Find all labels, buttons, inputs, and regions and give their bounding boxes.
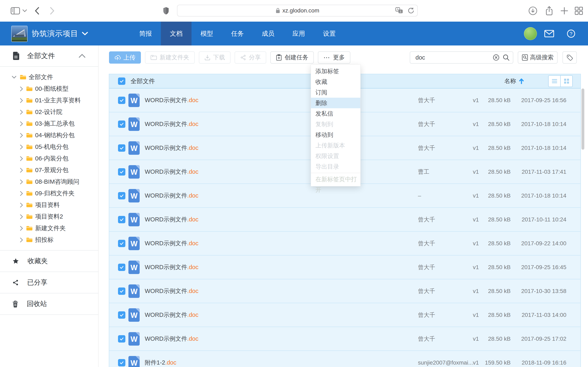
chevron-right-icon[interactable] bbox=[20, 86, 23, 91]
row-checkbox[interactable] bbox=[118, 264, 125, 271]
create-task-button[interactable]: 创建任务 bbox=[270, 51, 314, 64]
search-input[interactable] bbox=[415, 54, 490, 61]
row-checkbox[interactable] bbox=[118, 287, 125, 295]
row-checkbox[interactable] bbox=[118, 359, 125, 366]
menu-item[interactable]: 添加标签 bbox=[311, 66, 360, 76]
new-tab-icon[interactable] bbox=[560, 6, 569, 15]
chevron-right-icon[interactable] bbox=[20, 238, 23, 242]
menu-item[interactable]: 发私信 bbox=[311, 108, 360, 119]
chevron-right-icon[interactable] bbox=[20, 145, 23, 150]
upload-button[interactable]: 上传 bbox=[109, 51, 141, 64]
tree-folder[interactable]: 04-钢结构分包 bbox=[0, 129, 98, 141]
file-name[interactable]: WORD示例文件.doc bbox=[145, 239, 199, 248]
share-icon[interactable] bbox=[545, 6, 554, 16]
tree-folder[interactable]: 01-业主共享资料 bbox=[0, 95, 98, 106]
reload-icon[interactable] bbox=[407, 7, 415, 14]
chevron-right-icon[interactable] bbox=[20, 133, 23, 138]
sidebar-toggle-icon[interactable] bbox=[11, 7, 20, 15]
chevron-right-icon[interactable] bbox=[20, 98, 23, 103]
file-name[interactable]: WORD示例文件.doc bbox=[145, 287, 199, 295]
chevron-down-icon[interactable] bbox=[22, 9, 27, 12]
mail-icon[interactable] bbox=[544, 30, 554, 37]
tree-folder[interactable]: 06-内装分包 bbox=[0, 153, 98, 164]
file-row[interactable]: W WORD示例文件.doc 曾大千 v1 28.50 kB 2017-09-2… bbox=[109, 327, 580, 351]
tree-folder[interactable]: 03-施工总承包 bbox=[0, 118, 98, 129]
file-name[interactable]: WORD示例文件.doc bbox=[145, 144, 199, 152]
tree-folder[interactable]: 07-景观分包 bbox=[0, 164, 98, 176]
chevron-right-icon[interactable] bbox=[20, 226, 23, 231]
search-icon[interactable] bbox=[503, 54, 510, 61]
row-checkbox[interactable] bbox=[118, 192, 125, 200]
clear-search-icon[interactable] bbox=[493, 54, 499, 61]
downloads-icon[interactable] bbox=[528, 6, 537, 15]
tree-folder[interactable]: 08-BIM咨询顾问 bbox=[0, 176, 98, 188]
sidebar-shortcut-recycle[interactable]: 回收站 bbox=[0, 293, 98, 315]
grid-view-button[interactable] bbox=[561, 75, 573, 87]
chevron-down-icon[interactable] bbox=[12, 76, 16, 79]
privacy-shield-icon[interactable] bbox=[163, 7, 169, 15]
row-checkbox[interactable] bbox=[118, 168, 125, 175]
file-name[interactable]: WORD示例文件.doc bbox=[145, 216, 199, 224]
sidebar-shortcut-shared[interactable]: 已分享 bbox=[0, 272, 98, 293]
tab-overview-icon[interactable] bbox=[574, 6, 584, 16]
nav-tab[interactable]: 设置 bbox=[314, 22, 345, 45]
nav-tab[interactable]: 应用 bbox=[283, 22, 314, 45]
list-view-button[interactable] bbox=[548, 75, 561, 87]
file-name[interactable]: WORD示例文件.doc bbox=[145, 96, 199, 104]
more-button[interactable]: ⋯ 更多 bbox=[318, 51, 350, 64]
user-avatar[interactable] bbox=[524, 27, 537, 40]
row-checkbox[interactable] bbox=[118, 144, 125, 152]
help-icon[interactable]: ? bbox=[567, 29, 575, 38]
chevron-right-icon[interactable] bbox=[20, 156, 23, 161]
advanced-search-button[interactable]: 高级搜索 bbox=[518, 51, 558, 64]
chevron-up-icon[interactable] bbox=[79, 54, 86, 58]
translate-icon[interactable]: A文 bbox=[395, 7, 403, 14]
row-checkbox[interactable] bbox=[118, 216, 125, 223]
nav-tab[interactable]: 模型 bbox=[191, 22, 222, 45]
menu-item[interactable]: 移动到 bbox=[311, 129, 360, 140]
tree-folder[interactable]: 招投标 bbox=[0, 234, 98, 246]
nav-tab[interactable]: 成员 bbox=[253, 22, 283, 45]
address-bar[interactable]: xz.glodon.com A文 bbox=[177, 5, 418, 17]
tree-folder[interactable]: 02-设计院 bbox=[0, 106, 98, 118]
nav-tab[interactable]: 任务 bbox=[222, 22, 253, 45]
file-row[interactable]: W WORD示例文件.doc 曾大千 v1 28.50 kB 2017-09-2… bbox=[109, 232, 580, 256]
sidebar-section-all-files[interactable]: 全部文件 bbox=[0, 45, 98, 67]
chevron-right-icon[interactable] bbox=[20, 121, 23, 126]
file-row[interactable]: W WORD示例文件.doc 曾大千 v1 28.50 kB 2017-11-0… bbox=[109, 303, 580, 327]
sort-by-name[interactable]: 名称 bbox=[504, 77, 524, 85]
chevron-right-icon[interactable] bbox=[20, 203, 23, 208]
file-name[interactable]: 附件1-2.doc bbox=[145, 359, 176, 367]
sidebar-shortcut-favorites[interactable]: 收藏夹 bbox=[0, 250, 98, 272]
chevron-right-icon[interactable] bbox=[20, 168, 23, 173]
nav-tab[interactable]: 简报 bbox=[130, 22, 161, 45]
project-switcher[interactable]: 协筑演示项目 bbox=[32, 22, 88, 45]
file-name[interactable]: WORD示例文件.doc bbox=[145, 311, 199, 319]
tree-folder[interactable]: 09-归档文件夹 bbox=[0, 188, 98, 199]
file-name[interactable]: WORD示例文件.doc bbox=[145, 335, 199, 343]
tree-folder[interactable]: 新建文件夹 bbox=[0, 222, 98, 234]
file-row[interactable]: W WORD示例文件.doc 曾大千 v1 28.50 kB 2017-10-3… bbox=[109, 279, 580, 303]
file-row[interactable]: W WORD示例文件.doc 曾大千 v1 28.50 kB 2017-10-1… bbox=[109, 208, 580, 232]
forward-icon[interactable] bbox=[50, 7, 55, 15]
row-checkbox[interactable] bbox=[118, 335, 125, 342]
file-name[interactable]: WORD示例文件.doc bbox=[145, 263, 199, 271]
menu-item[interactable]: 收藏 bbox=[311, 76, 360, 87]
back-icon[interactable] bbox=[34, 7, 40, 15]
chevron-right-icon[interactable] bbox=[20, 179, 23, 184]
row-checkbox[interactable] bbox=[118, 240, 125, 247]
menu-item[interactable]: 订阅 bbox=[311, 87, 360, 98]
file-name[interactable]: WORD示例文件.doc bbox=[145, 192, 199, 200]
tree-root-all-files[interactable]: 全部文件 bbox=[0, 71, 98, 83]
nav-tab[interactable]: 文档 bbox=[161, 22, 191, 45]
row-checkbox[interactable] bbox=[118, 120, 125, 128]
chevron-right-icon[interactable] bbox=[20, 110, 23, 115]
file-name[interactable]: WORD示例文件.doc bbox=[145, 120, 199, 128]
tree-folder[interactable]: 项目资料 bbox=[0, 199, 98, 211]
tag-filter-button[interactable] bbox=[562, 51, 577, 64]
chevron-right-icon[interactable] bbox=[20, 214, 23, 219]
chevron-right-icon[interactable] bbox=[20, 191, 23, 196]
file-row[interactable]: W 附件1-2.doc sunjie2007@foxmai... v1 159.… bbox=[109, 351, 580, 367]
tree-folder[interactable]: 05-机电分包 bbox=[0, 141, 98, 153]
menu-item[interactable]: 删除 bbox=[311, 98, 360, 108]
